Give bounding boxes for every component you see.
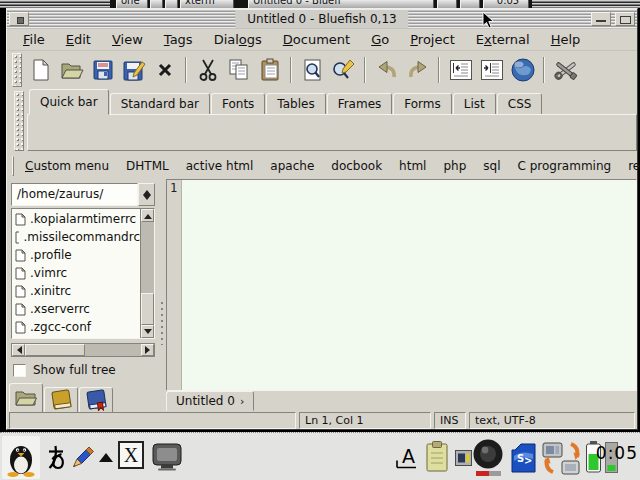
- file-item[interactable]: .profile: [12, 246, 140, 264]
- unindent-button[interactable]: [445, 54, 476, 86]
- menu-edit[interactable]: Edit: [66, 32, 91, 47]
- copy-button[interactable]: [223, 54, 254, 86]
- backdrop-task-button[interactable]: [460, 0, 480, 8]
- terminal-button[interactable]: [150, 441, 184, 471]
- document-tab[interactable]: Untitled 0 ›: [166, 391, 254, 411]
- save-button[interactable]: [87, 54, 118, 86]
- file-list-hscrollbar[interactable]: [11, 343, 155, 357]
- file-item[interactable]: .kopialarmtimerrc: [12, 210, 140, 228]
- custom-menu-custom-menu[interactable]: Custom menu: [25, 159, 109, 173]
- redo-button[interactable]: [402, 54, 433, 86]
- file-item[interactable]: .vimrc: [12, 264, 140, 282]
- titlebar[interactable]: Untitled 0 - Bluefish 0,13: [7, 9, 637, 29]
- preview-browser-button[interactable]: [507, 54, 538, 86]
- file-item[interactable]: .xserverrc: [12, 300, 140, 318]
- tab-standard-bar[interactable]: Standard bar: [110, 93, 210, 115]
- custom-menu-sql[interactable]: sql: [483, 159, 500, 173]
- tab-frames[interactable]: Frames: [327, 93, 393, 115]
- menu-dialogs[interactable]: Dialogs: [214, 32, 262, 47]
- vscroll-thumb[interactable]: [141, 293, 154, 325]
- menu-file[interactable]: File: [23, 32, 45, 47]
- popup-arrow-button[interactable]: [97, 451, 115, 465]
- backdrop-task-button[interactable]: Untitled 0 - Bluefi: [248, 0, 434, 8]
- file-item[interactable]: .xinitrc: [12, 282, 140, 300]
- menu-project[interactable]: Project: [410, 32, 455, 47]
- editor-canvas[interactable]: [182, 180, 636, 390]
- menu-tags[interactable]: Tags: [164, 32, 193, 47]
- find-replace-button[interactable]: [328, 54, 359, 86]
- preferences-button[interactable]: [550, 54, 581, 86]
- input-method-button[interactable]: [44, 443, 68, 471]
- find-button[interactable]: [297, 54, 328, 86]
- tab-documentation[interactable]: [79, 387, 113, 413]
- menu-document[interactable]: Document: [283, 32, 350, 47]
- show-full-tree-checkbox[interactable]: [13, 364, 26, 377]
- custom-menu-docbook[interactable]: docbook: [331, 159, 382, 173]
- file-icon: [15, 231, 19, 244]
- tab-quick-bar[interactable]: Quick bar: [29, 89, 109, 115]
- tab-forms[interactable]: Forms: [393, 93, 451, 115]
- custom-menu-replace[interactable]: replace: [628, 159, 640, 173]
- window-menu-button[interactable]: [9, 12, 29, 26]
- tab-fonts[interactable]: Fonts: [211, 93, 265, 115]
- stylus-button[interactable]: [68, 441, 96, 471]
- menu-help[interactable]: Help: [551, 32, 581, 47]
- html-toolbar-grip[interactable]: [14, 91, 24, 151]
- backdrop-task-button[interactable]: [165, 0, 178, 8]
- folder-icon: [14, 388, 38, 408]
- sd-card-applet[interactable]: S >: [508, 441, 538, 474]
- scroll-left-button[interactable]: [12, 344, 25, 356]
- indent-button[interactable]: [476, 54, 507, 86]
- path-spinner[interactable]: [138, 183, 155, 206]
- backdrop-task-button[interactable]: xterm: [180, 0, 234, 8]
- tab-css[interactable]: CSS: [497, 93, 543, 115]
- tab-reference[interactable]: [44, 387, 78, 413]
- custom-menu-active-html[interactable]: active html: [186, 159, 254, 173]
- paste-button[interactable]: [254, 54, 285, 86]
- file-list-vscrollbar[interactable]: [140, 209, 154, 338]
- toolbar-grip[interactable]: [12, 53, 22, 87]
- undo-button[interactable]: [371, 54, 402, 86]
- file-item[interactable]: .missilecommandrc: [12, 228, 140, 246]
- tab-tables[interactable]: Tables: [266, 93, 325, 115]
- menu-external[interactable]: External: [476, 32, 530, 47]
- file-name: .profile: [30, 248, 72, 262]
- scroll-right-button[interactable]: [141, 344, 154, 356]
- backdrop-titlebar-stripes: [0, 0, 110, 8]
- card-sync-applet[interactable]: [540, 439, 582, 477]
- backdrop-task-button[interactable]: one: [116, 0, 148, 8]
- hscroll-thumb[interactable]: [25, 344, 85, 356]
- save-as-button[interactable]: [118, 54, 149, 86]
- clipboard-applet[interactable]: [424, 439, 450, 473]
- scroll-up-button[interactable]: [141, 209, 154, 222]
- custom-menu-dhtml[interactable]: DHTML: [126, 159, 169, 173]
- redo-icon: [406, 59, 430, 81]
- volume-applet[interactable]: [470, 437, 506, 479]
- custom-menu-c-programming[interactable]: C programming: [517, 159, 611, 173]
- menu-view[interactable]: View: [112, 32, 143, 47]
- x11-app-button[interactable]: X: [118, 441, 144, 469]
- minimize-button[interactable]: [591, 12, 611, 26]
- menu-go[interactable]: Go: [371, 32, 389, 47]
- show-full-tree-label: Show full tree: [33, 363, 116, 377]
- cut-button[interactable]: [192, 54, 223, 86]
- backdrop-task-button[interactable]: [437, 0, 457, 8]
- text-input-button[interactable]: A: [394, 443, 422, 473]
- new-document-button[interactable]: [25, 54, 56, 86]
- launcher-button[interactable]: [2, 436, 40, 479]
- maximize-button[interactable]: [615, 12, 635, 26]
- custom-menu-html[interactable]: html: [399, 159, 426, 173]
- path-entry[interactable]: /home/zaurus/: [11, 183, 138, 206]
- pane-splitter[interactable]: [159, 179, 166, 411]
- custom-menu-apache[interactable]: apache: [270, 159, 314, 173]
- file-item[interactable]: .zgcc-conf: [12, 318, 140, 336]
- open-button[interactable]: [56, 54, 87, 86]
- custom-menu-php[interactable]: php: [443, 159, 466, 173]
- scroll-down-button[interactable]: [141, 325, 154, 338]
- book-blue-icon: [84, 389, 108, 411]
- backdrop-task-button[interactable]: [150, 0, 163, 8]
- tab-list[interactable]: List: [453, 93, 496, 115]
- tab-file-browser[interactable]: [9, 383, 43, 413]
- close-button[interactable]: [149, 54, 180, 86]
- custom-menu-grip[interactable]: [12, 156, 14, 176]
